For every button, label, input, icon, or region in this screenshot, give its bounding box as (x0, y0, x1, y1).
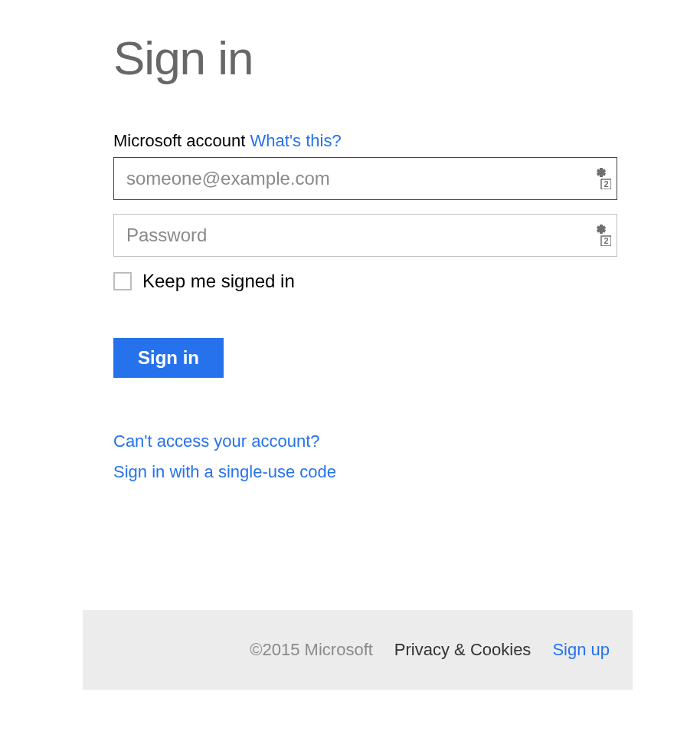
email-input[interactable] (113, 157, 617, 200)
keep-signed-in-label: Keep me signed in (142, 271, 295, 292)
whats-this-link[interactable]: What's this? (250, 131, 342, 150)
password-field-wrap: 2 (113, 214, 617, 257)
keep-signed-in-checkbox[interactable] (113, 272, 132, 290)
privacy-cookies-link[interactable]: Privacy & Cookies (394, 640, 532, 660)
signup-link[interactable]: Sign up (552, 640, 610, 660)
footer-copyright: ©2015 Microsoft (250, 640, 373, 660)
account-label-row: Microsoft account What's this? (113, 131, 617, 151)
keep-signed-in-row: Keep me signed in (113, 271, 617, 292)
help-links: Can't access your account? Sign in with … (113, 431, 617, 482)
password-input[interactable] (113, 214, 617, 257)
footer: ©2015 Microsoft Privacy & Cookies Sign u… (83, 610, 633, 690)
account-label: Microsoft account (113, 131, 245, 150)
page-title: Sign in (113, 31, 617, 85)
cant-access-link[interactable]: Can't access your account? (113, 431, 320, 451)
signin-button[interactable]: Sign in (113, 338, 224, 378)
email-field-wrap: 2 (113, 157, 617, 200)
single-use-code-link[interactable]: Sign in with a single-use code (113, 462, 336, 482)
